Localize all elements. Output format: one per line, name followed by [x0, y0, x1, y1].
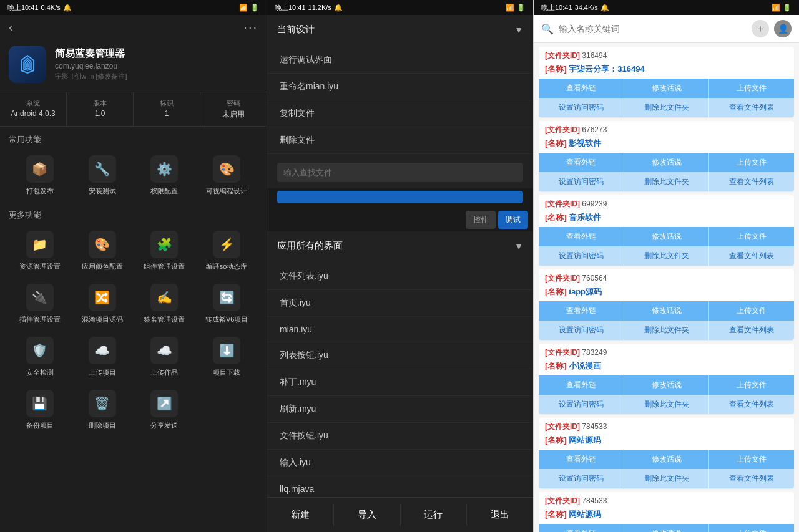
grid-item-visual-edit[interactable]: 🎨 可视编程设计 [195, 149, 258, 202]
folder-btn-2[interactable]: 上传文件 [709, 375, 794, 395]
menu-item-run[interactable]: 运行调试界面 [267, 47, 533, 74]
all-interfaces-header[interactable]: 应用所有的界面 ▼ [267, 231, 533, 261]
folder-btn-1[interactable]: 修改话说 [624, 153, 710, 172]
folder-btn2-2[interactable]: 查看文件列表 [709, 98, 794, 117]
grid-item-resource[interactable]: 📁 资源管理设置 [9, 225, 71, 278]
current-design-header[interactable]: 当前设计 ▼ [267, 15, 533, 44]
folder-btn2-2[interactable]: 查看文件列表 [709, 395, 794, 414]
grid-item-install[interactable]: 🔧 安装测试 [71, 149, 134, 202]
folder-btn2-2[interactable]: 查看文件列表 [709, 321, 794, 340]
menu-item-copy[interactable]: 复制文件 [267, 100, 533, 127]
interface-llq[interactable]: llq.mjava [267, 476, 533, 497]
interface-input[interactable]: 输入.iyu [267, 450, 533, 476]
folder-btn2-1[interactable]: 删除此文件夹 [624, 98, 710, 117]
grid-item-delete[interactable]: 🗑️ 删除项目 [71, 384, 134, 437]
grid-item-security[interactable]: 🛡️ 安全检测 [9, 331, 71, 384]
folder-btn2-1[interactable]: 删除此文件夹 [624, 469, 710, 488]
grid-item-compile[interactable]: ⚡ 编译so动态库 [195, 225, 258, 278]
folder-id-label: [文件夹ID] [545, 422, 580, 431]
btn-exit[interactable]: 退出 [467, 504, 533, 526]
folder-btn2-0[interactable]: 设置访问密码 [539, 321, 624, 340]
folder-btn2-0[interactable]: 设置访问密码 [539, 246, 624, 266]
btn-new[interactable]: 新建 [267, 504, 334, 526]
grid-item-share[interactable]: ↗️ 分享发送 [134, 384, 196, 437]
folder-btn-0[interactable]: 查看外链 [539, 301, 624, 321]
interface-home[interactable]: 首页.iyu [267, 290, 533, 317]
interface-mian[interactable]: mian.iyu [267, 317, 533, 342]
folder-btn-0[interactable]: 查看外链 [539, 524, 624, 532]
folder-btn2-1[interactable]: 删除此文件夹 [624, 395, 710, 414]
folder-btn-2[interactable]: 上传文件 [709, 524, 794, 532]
folder-btn-0[interactable]: 查看外链 [539, 450, 624, 469]
grid-item-color[interactable]: 🎨 应用颜色配置 [71, 225, 134, 278]
grid-item-obfuscate[interactable]: 🔀 混淆项目源码 [71, 278, 134, 331]
share-label: 分享发送 [150, 421, 178, 430]
stat-system-label: 系统 [0, 99, 66, 108]
backup-label: 备份项目 [26, 421, 54, 430]
stat-pwd-label: 密码 [200, 99, 267, 108]
grid-item-permission[interactable]: ⚙️ 权限配置 [134, 149, 196, 202]
folder-btn2-2[interactable]: 查看文件列表 [709, 469, 794, 488]
action-banner[interactable] [277, 191, 523, 203]
folder-btn2-0[interactable]: 设置访问密码 [539, 395, 624, 414]
folder-btn-0[interactable]: 查看外链 [539, 375, 624, 395]
search-input[interactable] [559, 24, 747, 34]
folder-btn-2[interactable]: 上传文件 [709, 79, 794, 98]
grid-item-convert[interactable]: 🔄 转成裕V6项目 [195, 278, 258, 331]
grid-item-backup[interactable]: 💾 备份项目 [9, 384, 71, 437]
folder-btn2-1[interactable]: 删除此文件夹 [624, 321, 710, 340]
menu-item-delete[interactable]: 删除文件 [267, 127, 533, 154]
folder-btn-2[interactable]: 上传文件 [709, 301, 794, 321]
folder-name-label: [名称] [545, 435, 567, 445]
folder-btn-2[interactable]: 上传文件 [709, 450, 794, 469]
interface-refresh[interactable]: 刷新.myu [267, 396, 533, 423]
grid-item-plugin[interactable]: 🔌 插件管理设置 [9, 278, 71, 331]
folder-btn-1[interactable]: 修改话说 [624, 301, 710, 321]
folder-btn-0[interactable]: 查看外链 [539, 153, 624, 172]
folder-btn-1[interactable]: 修改话说 [624, 79, 710, 98]
interface-file-list[interactable]: 文件列表.iyu [267, 263, 533, 290]
folder-name-row: [名称] 小说漫画 [539, 359, 794, 375]
folder-btn2-2[interactable]: 查看文件列表 [709, 246, 794, 266]
back-button[interactable]: ‹ [9, 20, 13, 34]
folder-card: [文件夹ID] 676273 [名称] 影视软件 查看外链修改话说上传文件 设置… [539, 121, 794, 191]
btn-import[interactable]: 导入 [334, 504, 401, 526]
grid-item-upload-work[interactable]: ☁️ 上传作品 [134, 331, 196, 384]
interface-file-btn[interactable]: 文件按钮.iyu [267, 423, 533, 450]
folder-btn-1[interactable]: 修改话说 [624, 227, 710, 246]
panel2-content: 当前设计 ▼ 运行调试界面 重命名mian.iyu 复制文件 删除文件 控件 调… [267, 15, 533, 497]
btn-run[interactable]: 运行 [401, 504, 468, 526]
folder-btn2-2[interactable]: 查看文件列表 [709, 172, 794, 191]
plugin-label: 插件管理设置 [19, 315, 61, 324]
folder-btn2-1[interactable]: 删除此文件夹 [624, 172, 710, 191]
folder-id-row: [文件夹ID] 699239 [539, 195, 794, 211]
folder-id-row: [文件夹ID] 784533 [539, 418, 794, 433]
folder-btn2-0[interactable]: 设置访问密码 [539, 172, 624, 191]
folder-btn-2[interactable]: 上传文件 [709, 227, 794, 246]
grid-item-component[interactable]: 🧩 组件管理设置 [134, 225, 196, 278]
folder-btn-2[interactable]: 上传文件 [709, 153, 794, 172]
control-tag[interactable]: 控件 [466, 211, 496, 229]
folder-btn-0[interactable]: 查看外链 [539, 79, 624, 98]
component-icon: 🧩 [150, 231, 178, 258]
interface-patch[interactable]: 补丁.myu [267, 369, 533, 396]
folder-btn2-0[interactable]: 设置访问密码 [539, 98, 624, 117]
folder-btn-1[interactable]: 修改话说 [624, 375, 710, 395]
add-button[interactable]: ＋ [752, 20, 769, 37]
grid-item-upload-project[interactable]: ☁️ 上传项目 [71, 331, 134, 384]
debug-tag[interactable]: 调试 [498, 211, 528, 229]
grid-item-pack[interactable]: 📦 打包发布 [9, 149, 71, 202]
folder-btn-0[interactable]: 查看外链 [539, 227, 624, 246]
file-search-input[interactable] [277, 163, 523, 182]
grid-item-download[interactable]: ⬇️ 项目下载 [195, 331, 258, 384]
more-button[interactable]: ··· [243, 20, 258, 34]
avatar[interactable]: 👤 [774, 20, 792, 37]
delete-label: 删除项目 [89, 421, 116, 430]
interface-list-btn[interactable]: 列表按钮.iyu [267, 342, 533, 369]
folder-btn2-0[interactable]: 设置访问密码 [539, 469, 624, 488]
grid-item-sign[interactable]: ✍️ 签名管理设置 [134, 278, 196, 331]
folder-btn-1[interactable]: 修改话说 [624, 524, 710, 532]
folder-btn-1[interactable]: 修改话说 [624, 450, 710, 469]
folder-btn2-1[interactable]: 删除此文件夹 [624, 246, 710, 266]
menu-item-rename[interactable]: 重命名mian.iyu [267, 74, 533, 100]
